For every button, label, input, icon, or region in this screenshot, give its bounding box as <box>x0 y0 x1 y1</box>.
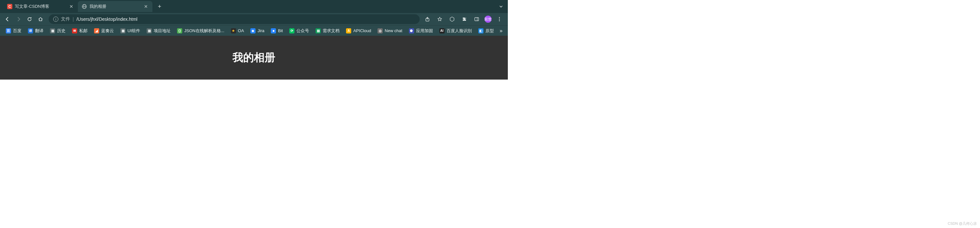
bookmark-label: OA <box>238 28 244 33</box>
bookmark-item[interactable]: ◆Jira <box>248 27 267 35</box>
bookmark-label: 百度人脸识别 <box>447 28 472 34</box>
bookmark-favicon: ★ <box>231 28 236 34</box>
bookmark-item[interactable]: ▦UI组件 <box>118 27 143 35</box>
bookmark-favicon: ⟳ <box>289 28 294 34</box>
page-heading: 我的相册 <box>232 50 275 65</box>
bookmark-favicon: ▦ <box>50 28 55 34</box>
bookmark-label: 应用加固 <box>416 28 433 34</box>
bookmark-item[interactable]: ■Bit <box>268 27 285 35</box>
url-separator: | <box>73 16 74 22</box>
bookmark-favicon: 百 <box>6 28 11 34</box>
bookmark-label: 蓝奏云 <box>101 28 114 34</box>
bookmark-favicon: ✉ <box>72 28 77 34</box>
bookmark-favicon: ◆ <box>250 28 256 34</box>
new-tab-button[interactable]: + <box>155 2 164 11</box>
url-scheme-label: 文件 <box>61 16 70 22</box>
toolbar-right: 双世 <box>423 14 505 24</box>
tab-title: 我的相册 <box>89 3 141 10</box>
bookmark-label: New chat <box>385 28 402 33</box>
navigation-toolbar: i 文件 | /Users/jhxl/Desktop/index.html 双世 <box>0 13 508 25</box>
bookmark-item[interactable]: ▦项目地址 <box>144 27 173 35</box>
home-button[interactable] <box>36 14 45 24</box>
page-content: 我的相册 <box>0 36 508 80</box>
bookmark-favicon: ■ <box>271 28 276 34</box>
bookmark-label: JSON在线解析及格... <box>184 28 224 34</box>
bookmark-item[interactable]: AAPICloud <box>344 27 374 35</box>
extension-icon-1[interactable] <box>447 14 457 24</box>
bookmark-label: APICloud <box>353 28 371 33</box>
globe-icon <box>82 4 87 9</box>
site-info-icon[interactable]: i <box>53 16 58 22</box>
bookmark-label: 需求文档 <box>323 28 339 34</box>
bookmark-star-icon[interactable] <box>435 14 444 24</box>
bookmark-label: 翻译 <box>35 28 43 34</box>
bookmark-label: 原型 <box>485 28 494 34</box>
bookmark-favicon: ▦ <box>120 28 126 34</box>
bookmark-item[interactable]: ◧原型 <box>476 27 496 35</box>
menu-kebab-icon[interactable] <box>495 14 504 24</box>
bookmark-item[interactable]: 百百度 <box>3 27 24 35</box>
sidepanel-icon[interactable] <box>472 14 481 24</box>
bookmark-label: 百度 <box>13 28 21 34</box>
bookmarks-overflow-button[interactable]: » <box>498 28 504 34</box>
bookmark-favicon: AI <box>439 28 445 34</box>
tab-title: 写文章-CSDN博客 <box>15 3 66 10</box>
url-path: /Users/jhxl/Desktop/index.html <box>76 16 137 22</box>
bookmark-item[interactable]: ▦历史 <box>47 27 68 35</box>
bookmark-favicon: A <box>346 28 351 34</box>
bookmark-favicon: {} <box>177 28 182 34</box>
bookmark-item[interactable]: ★OA <box>228 27 247 35</box>
svg-rect-4 <box>475 18 479 21</box>
bookmark-favicon: ◎ <box>377 28 383 34</box>
forward-button[interactable] <box>14 14 23 24</box>
bookmark-label: Bit <box>278 28 283 33</box>
tab-strip: C 写文章-CSDN博客 ✕ 我的相册 ✕ + <box>0 0 508 13</box>
bookmark-favicon: 译 <box>28 28 33 34</box>
tabs-dropdown-button[interactable] <box>499 4 503 9</box>
bookmark-label: 项目地址 <box>154 28 170 34</box>
bookmark-item[interactable]: ✉私邮 <box>69 27 90 35</box>
browser-chrome: C 写文章-CSDN博客 ✕ 我的相册 ✕ + i <box>0 0 508 36</box>
bookmark-item[interactable]: ▤需求文档 <box>313 27 342 35</box>
svg-point-8 <box>499 21 500 21</box>
tab-close-button[interactable]: ✕ <box>143 4 148 9</box>
bookmark-label: Jira <box>258 28 264 33</box>
extensions-puzzle-icon[interactable] <box>460 14 469 24</box>
bookmark-favicon: ◢ <box>94 28 99 34</box>
bookmark-item[interactable]: {}JSON在线解析及格... <box>175 27 227 35</box>
reload-button[interactable] <box>25 14 34 24</box>
bookmark-item[interactable]: ◢蓝奏云 <box>91 27 116 35</box>
bookmark-item[interactable]: ⟳公众号 <box>287 27 312 35</box>
address-bar[interactable]: i 文件 | /Users/jhxl/Desktop/index.html <box>49 14 420 24</box>
bookmark-label: UI组件 <box>127 28 140 34</box>
bookmark-item[interactable]: 译翻译 <box>25 27 46 35</box>
bookmark-favicon: ▤ <box>315 28 321 34</box>
bookmark-item[interactable]: ⬣应用加固 <box>406 27 436 35</box>
bookmark-favicon: ◧ <box>478 28 484 34</box>
tab-close-button[interactable]: ✕ <box>69 4 74 9</box>
bookmark-label: 公众号 <box>296 28 309 34</box>
share-icon[interactable] <box>423 14 432 24</box>
back-button[interactable] <box>3 14 12 24</box>
tab-favicon-csdn: C <box>7 4 12 9</box>
bookmark-label: 历史 <box>57 28 65 34</box>
svg-point-7 <box>499 19 500 20</box>
tab-csdn[interactable]: C 写文章-CSDN博客 ✕ <box>3 1 78 12</box>
bookmarks-bar: 百百度译翻译▦历史✉私邮◢蓝奏云▦UI组件▦项目地址{}JSON在线解析及格..… <box>0 25 508 36</box>
bookmark-favicon: ⬣ <box>409 28 414 34</box>
profile-avatar[interactable]: 双世 <box>485 16 492 23</box>
tab-active[interactable]: 我的相册 ✕ <box>78 1 153 12</box>
bookmark-item[interactable]: ◎New chat <box>375 27 405 35</box>
bookmark-label: 私邮 <box>79 28 88 34</box>
svg-point-6 <box>499 17 500 18</box>
bookmark-item[interactable]: AI百度人脸识别 <box>437 27 474 35</box>
bookmark-favicon: ▦ <box>146 28 152 34</box>
